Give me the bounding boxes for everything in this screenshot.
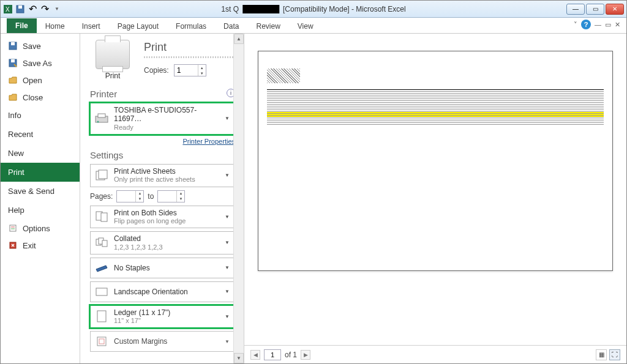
- tab-home[interactable]: Home: [37, 20, 73, 33]
- svg-rect-24: [97, 337, 106, 346]
- svg-rect-18: [101, 213, 107, 221]
- orientation-selector[interactable]: Landscape Orientation ▼: [90, 281, 235, 302]
- window-controls: — ▭ ✕: [565, 4, 624, 15]
- options-icon: [8, 223, 18, 233]
- svg-rect-13: [98, 114, 105, 117]
- svg-rect-8: [10, 225, 16, 231]
- printer-icon: [96, 40, 130, 69]
- svg-rect-22: [96, 288, 107, 295]
- scroll-down-icon[interactable]: ▼: [234, 353, 244, 363]
- sheets-icon: [94, 168, 109, 183]
- copies-input[interactable]: [175, 66, 198, 75]
- ribbon-minimize-icon[interactable]: ˅: [574, 21, 577, 29]
- tab-view[interactable]: View: [289, 20, 322, 33]
- tab-review[interactable]: Review: [247, 20, 288, 33]
- zoom-to-page-icon[interactable]: ⛶: [609, 349, 620, 360]
- scroll-up-icon[interactable]: ▲: [234, 34, 244, 44]
- margins-icon: [94, 334, 109, 349]
- dropdown-icon: ▼: [223, 314, 231, 319]
- settings-scrollbar[interactable]: ▲ ▼: [233, 34, 244, 363]
- backstage-view: Save Save As Open Close Info Recent New …: [1, 34, 626, 363]
- printer-properties-link[interactable]: Printer Properties: [182, 138, 235, 145]
- ribbon-tabs: File Home Insert Page Layout Formulas Da…: [1, 18, 626, 34]
- collate-icon: [94, 236, 109, 250]
- open-icon: [8, 75, 18, 85]
- tab-page-layout[interactable]: Page Layout: [109, 20, 167, 33]
- nav-open[interactable]: Open: [1, 72, 80, 89]
- tab-insert[interactable]: Insert: [73, 20, 109, 33]
- pages-from-input[interactable]: [117, 192, 135, 201]
- paper-icon: [94, 309, 109, 324]
- print-preview-panel: ◀ of 1 ▶ ▦ ⛶: [244, 34, 626, 363]
- mdi-restore-icon[interactable]: ▭: [605, 21, 611, 29]
- print-button[interactable]: Print: [90, 40, 135, 80]
- save-icon[interactable]: [15, 4, 25, 14]
- pages-to-spinner[interactable]: ▲▼: [157, 190, 185, 202]
- mdi-close-icon[interactable]: ✕: [615, 21, 620, 29]
- close-button[interactable]: ✕: [606, 4, 624, 15]
- nav-save-as[interactable]: Save As: [1, 54, 80, 72]
- copies-down[interactable]: ▼: [198, 70, 206, 76]
- staples-selector[interactable]: No Staples ▼: [90, 258, 235, 278]
- nav-options[interactable]: Options: [1, 220, 80, 237]
- printer-device-icon: [94, 111, 109, 126]
- tab-formulas[interactable]: Formulas: [167, 20, 215, 33]
- svg-rect-23: [97, 311, 106, 322]
- page-of-label: of 1: [285, 351, 297, 359]
- svg-point-14: [97, 121, 99, 122]
- copies-up[interactable]: ▲: [198, 65, 206, 70]
- maximize-button[interactable]: ▭: [586, 4, 604, 15]
- collate-selector[interactable]: Collated1,2,3 1,2,3 1,2,3 ▼: [90, 231, 235, 254]
- printer-selector[interactable]: TOSHIBA e-STUDIO557-11697… Ready ▼: [90, 103, 235, 135]
- show-margins-icon[interactable]: ▦: [596, 349, 607, 360]
- titlebar: X ↶ ↷ ▼ 1st Q [Compatibility Mode] - Mic…: [1, 1, 626, 18]
- mdi-minimize-icon[interactable]: —: [595, 21, 601, 28]
- pages-to-input[interactable]: [158, 192, 176, 201]
- redo-icon[interactable]: ↷: [40, 4, 50, 14]
- svg-rect-7: [11, 59, 15, 62]
- save-icon: [8, 41, 18, 51]
- copies-spinner[interactable]: ▲▼: [174, 64, 206, 76]
- nav-new[interactable]: New: [1, 144, 80, 163]
- copies-label: Copies:: [144, 66, 169, 75]
- duplex-icon: [94, 209, 109, 224]
- nav-print[interactable]: Print: [1, 163, 80, 182]
- print-what-selector[interactable]: Print Active SheetsOnly print the active…: [90, 164, 235, 187]
- quick-access-toolbar: X ↶ ↷ ▼: [3, 4, 62, 14]
- help-icon[interactable]: ?: [581, 20, 591, 29]
- nav-close[interactable]: Close: [1, 89, 80, 106]
- nav-save-send[interactable]: Save & Send: [1, 182, 80, 201]
- nav-exit[interactable]: Exit: [1, 237, 80, 254]
- paper-size-selector[interactable]: Ledger (11 x 17")11" x 17" ▼: [90, 305, 235, 329]
- exit-icon: [8, 240, 18, 250]
- svg-rect-5: [11, 42, 15, 45]
- printer-section-label: Printer i: [90, 89, 235, 99]
- dropdown-icon: ▼: [223, 289, 231, 294]
- pages-from-spinner[interactable]: ▲▼: [116, 190, 144, 202]
- page-number-input[interactable]: [264, 349, 281, 360]
- dropdown-icon: ▼: [223, 265, 231, 270]
- pages-to-label: to: [148, 192, 154, 201]
- svg-rect-16: [99, 170, 107, 179]
- dropdown-icon: ▼: [223, 116, 231, 121]
- preview-page: [258, 51, 613, 271]
- undo-icon[interactable]: ↶: [28, 4, 37, 14]
- nav-save[interactable]: Save: [1, 37, 80, 54]
- settings-section-label: Settings: [90, 150, 235, 160]
- file-tab[interactable]: File: [7, 18, 37, 33]
- duplex-selector[interactable]: Print on Both SidesFlip pages on long ed…: [90, 206, 235, 229]
- qat-dropdown-icon[interactable]: ▼: [52, 4, 62, 14]
- nav-help[interactable]: Help: [1, 201, 80, 220]
- excel-icon: X: [3, 4, 13, 14]
- margins-selector[interactable]: Custom Margins ▼: [90, 331, 235, 352]
- page-prev-button[interactable]: ◀: [250, 350, 260, 360]
- nav-info[interactable]: Info: [1, 106, 80, 125]
- minimize-button[interactable]: —: [566, 4, 585, 15]
- nav-recent[interactable]: Recent: [1, 125, 80, 144]
- preview-spreadsheet: [267, 86, 604, 125]
- dropdown-icon: ▼: [223, 214, 231, 220]
- landscape-icon: [94, 284, 109, 299]
- page-next-button[interactable]: ▶: [301, 350, 310, 360]
- stapler-icon: [94, 261, 109, 275]
- tab-data[interactable]: Data: [215, 20, 247, 33]
